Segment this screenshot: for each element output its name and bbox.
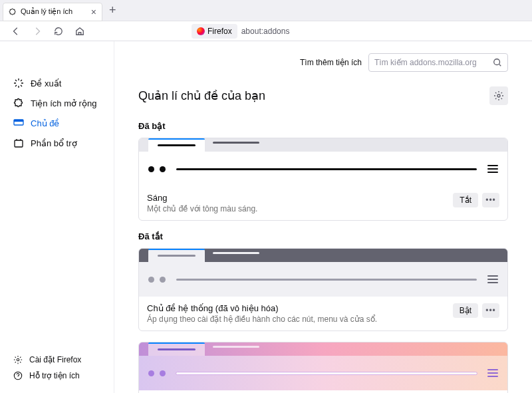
url-text: about:addons [241, 27, 290, 36]
back-button[interactable] [7, 23, 25, 40]
sidebar-item-label: Tiện ích mở rộng [31, 98, 96, 108]
brush-icon [13, 118, 24, 128]
plugin-icon [13, 138, 24, 148]
new-tab-button[interactable]: + [109, 3, 116, 17]
enable-button[interactable]: Bật [453, 303, 478, 318]
firefox-logo-icon [197, 27, 205, 35]
more-button[interactable]: ••• [482, 193, 499, 207]
disable-button[interactable]: Tắt [453, 193, 478, 207]
puzzle-icon [13, 98, 24, 108]
main-content: Tìm thêm tiện ích Quản lí chủ đề của bạn… [114, 41, 532, 393]
gear-icon [493, 90, 504, 101]
svg-point-3 [17, 358, 19, 361]
sidebar-item-label: Đề xuất [31, 78, 61, 88]
theme-preview [139, 249, 507, 297]
section-enabled-label: Đã bật [138, 121, 508, 131]
more-button[interactable]: ••• [482, 303, 499, 318]
sidebar-item-support[interactable]: Hỗ trợ tiện ích [9, 368, 104, 384]
theme-card-system[interactable]: Chủ đề hệ thống (đã vô hiệu hóa) Áp dụng… [138, 248, 508, 331]
theme-desc: Áp dụng theo cài đặt hệ điều hành cho cá… [147, 315, 448, 324]
section-disabled-label: Đã tắt [138, 231, 508, 241]
svg-point-6 [497, 94, 500, 97]
tab-title: Quản lý tiện ích [21, 7, 72, 16]
sidebar: Đề xuất Tiện ích mở rộng Chủ đề Phần bổ … [0, 41, 114, 393]
theme-preview [139, 342, 507, 390]
sidebar-item-plugins[interactable]: Phần bổ trợ [9, 133, 104, 153]
brand-label: Firefox [207, 27, 232, 36]
search-icon [493, 58, 502, 67]
gear-icon [13, 355, 23, 364]
url-bar[interactable]: Firefox about:addons [192, 23, 289, 40]
nav-toolbar: Firefox about:addons [0, 21, 532, 41]
sidebar-item-extensions[interactable]: Tiện ích mở rộng [9, 93, 104, 113]
theme-desc: Một chủ đề với tông màu sáng. [147, 204, 448, 213]
theme-name: Sáng [147, 193, 448, 203]
sparkle-icon [13, 78, 24, 88]
menu-icon [487, 165, 498, 173]
svg-rect-1 [14, 120, 23, 122]
tab-close-icon[interactable]: × [91, 7, 96, 17]
home-button[interactable] [70, 23, 89, 40]
theme-card-alpenglow[interactable]: Firefox Alpenglow (đã vô hiệu hóa) Sử dụ… [138, 342, 508, 393]
sidebar-item-recommend[interactable]: Đề xuất [9, 73, 104, 93]
sidebar-item-themes[interactable]: Chủ đề [9, 113, 104, 133]
theme-preview [139, 138, 507, 186]
identity-badge: Firefox [192, 24, 237, 39]
forward-button[interactable] [28, 23, 47, 40]
reload-button[interactable] [49, 23, 68, 40]
sidebar-item-settings[interactable]: Cài đặt Firefox [9, 352, 104, 368]
theme-name: Chủ đề hệ thống (đã vô hiệu hóa) [147, 303, 448, 313]
puzzle-icon [9, 8, 17, 16]
svg-rect-2 [15, 140, 23, 147]
settings-button[interactable] [489, 86, 508, 105]
sidebar-item-label: Hỗ trợ tiện ích [29, 371, 80, 380]
sidebar-item-label: Cài đặt Firefox [29, 355, 81, 364]
svg-point-5 [494, 59, 500, 65]
help-icon [13, 371, 23, 380]
menu-icon [487, 369, 498, 377]
sidebar-item-label: Chủ đề [31, 118, 59, 128]
search-field[interactable] [368, 53, 508, 72]
theme-card-light[interactable]: Sáng Một chủ đề với tông màu sáng. Tắt •… [138, 138, 508, 221]
page-title: Quản lí chủ đề của bạn [138, 88, 265, 103]
search-label: Tìm thêm tiện ích [300, 58, 362, 67]
browser-tab[interactable]: Quản lý tiện ích × [3, 3, 102, 21]
sidebar-item-label: Phần bổ trợ [31, 138, 77, 148]
tab-strip: Quản lý tiện ích × + [0, 0, 532, 21]
search-input[interactable] [374, 58, 493, 67]
menu-icon [487, 275, 498, 283]
